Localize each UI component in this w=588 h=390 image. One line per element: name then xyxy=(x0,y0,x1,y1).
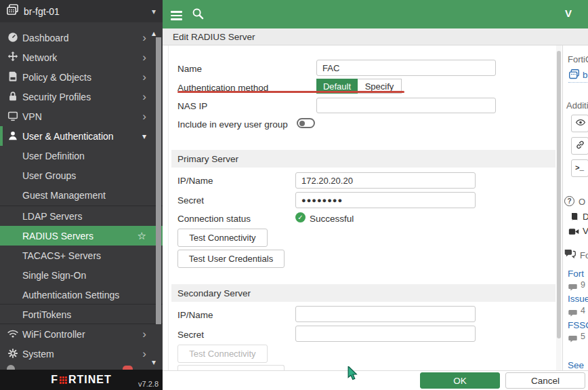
chevron-right-icon: › xyxy=(142,32,146,43)
sidebar-item-dashboard[interactable]: Dashboard › xyxy=(0,28,163,47)
monitor-icon xyxy=(6,109,20,123)
sidebar-item-wifi-controller[interactable]: WiFi Controller › xyxy=(0,324,163,344)
eye-icon xyxy=(575,117,586,130)
comment-count: 9 xyxy=(581,280,585,290)
speech-bubbles-icon xyxy=(564,248,576,262)
gauge-icon xyxy=(6,31,20,44)
divider xyxy=(168,45,169,370)
lock-icon xyxy=(6,90,20,103)
video-tutorials-link[interactable]: V xyxy=(583,226,588,236)
fortianswers-header: Fo xyxy=(580,250,588,260)
caret-down-icon[interactable]: ▾ xyxy=(152,7,156,16)
sidebar-item-security-profiles[interactable]: Security Profiles › xyxy=(0,87,163,106)
sidebar-item-ldap-servers[interactable]: LDAP Servers xyxy=(0,206,163,226)
question-link[interactable]: Fort xyxy=(568,269,584,279)
help-tools-section-title: Additi xyxy=(566,100,588,111)
comment-count: 4 xyxy=(581,306,585,315)
scroll-up-icon[interactable]: ▴ xyxy=(148,28,159,38)
network-icon xyxy=(6,50,20,64)
comment-icon xyxy=(568,307,577,319)
primary-ip-label: IP/Name xyxy=(177,176,213,186)
sidebar-item-guest-management[interactable]: Guest Management xyxy=(0,185,163,205)
sidebar-scrollbar[interactable] xyxy=(156,37,161,324)
sidebar-item-tacacs-servers[interactable]: TACACS+ Servers xyxy=(0,246,163,265)
name-label: Name xyxy=(177,64,202,74)
include-group-label: Include in every user group xyxy=(177,119,288,130)
device-selector[interactable]: br-fgt-01 ▾ xyxy=(0,0,163,22)
topbar-right-text[interactable]: V xyxy=(565,7,572,19)
cli-console-button[interactable]: >_ xyxy=(571,159,588,177)
sidebar-item-single-sign-on[interactable]: Single Sign-On xyxy=(0,265,163,285)
active-indicator xyxy=(0,126,3,146)
star-icon[interactable]: ☆ xyxy=(138,231,146,241)
sidebar-item-network[interactable]: Network › xyxy=(0,47,163,67)
cancel-button[interactable]: Cancel xyxy=(505,372,585,389)
online-guides-header: O xyxy=(579,197,585,207)
see-more-link[interactable]: See xyxy=(568,360,584,370)
secondary-ip-input[interactable] xyxy=(295,306,476,322)
nas-ip-label: NAS IP xyxy=(177,101,207,111)
comment-count: 5 xyxy=(581,332,585,341)
primary-secret-input[interactable] xyxy=(295,192,476,208)
terminal-icon: >_ xyxy=(575,164,584,172)
breadcrumb: Edit RADIUS Server xyxy=(163,28,588,45)
question-circle-icon: ? xyxy=(564,196,574,206)
chevron-right-icon: › xyxy=(142,52,146,63)
secondary-secret-input[interactable] xyxy=(295,326,476,342)
connection-status-value: Successful xyxy=(310,214,354,224)
test-user-credentials-button[interactable]: Test User Credentials xyxy=(177,250,285,268)
fortigate-admin-screen: br-fgt-01 ▾ Dashboard › Network › Policy… xyxy=(0,0,588,390)
include-group-toggle[interactable] xyxy=(297,118,315,128)
sidebar-item-partial[interactable] xyxy=(0,364,163,370)
firmware-version: v7.2.8 xyxy=(138,380,159,388)
nas-ip-input[interactable] xyxy=(316,98,496,113)
device-stack-icon xyxy=(6,3,19,19)
copy-link-button[interactable] xyxy=(571,137,588,155)
secondary-secret-label: Secret xyxy=(177,330,204,340)
search-icon[interactable] xyxy=(192,7,205,23)
sidebar-item-vpn[interactable]: VPN › xyxy=(0,106,163,126)
question-link[interactable]: Issue xyxy=(568,294,588,304)
help-device-section-title: FortiG xyxy=(568,54,588,64)
sidebar-item-radius-servers[interactable]: RADIUS Servers ☆ xyxy=(0,226,163,246)
chevron-right-icon: › xyxy=(142,348,146,359)
ok-button[interactable]: OK xyxy=(420,372,500,389)
fortinet-logo: F RTINET xyxy=(51,374,112,386)
device-stack-icon xyxy=(568,69,580,83)
preview-button[interactable] xyxy=(571,115,588,132)
toggle-knob xyxy=(299,121,305,126)
secondary-server-section: Secondary Server xyxy=(171,284,555,302)
secondary-test-connectivity-button: Test Connectivity xyxy=(177,345,268,363)
question-link[interactable]: FSSO xyxy=(568,320,588,330)
primary-ip-input[interactable] xyxy=(295,172,476,189)
policy-icon xyxy=(6,70,20,83)
hamburger-menu-icon[interactable] xyxy=(171,9,182,22)
video-icon xyxy=(568,227,580,239)
chevron-right-icon: › xyxy=(142,111,146,122)
device-link[interactable]: b xyxy=(583,70,588,80)
comment-icon xyxy=(568,281,577,294)
comment-icon xyxy=(568,333,577,345)
name-input[interactable] xyxy=(316,60,496,76)
sidebar-item-authentication-settings[interactable]: Authentication Settings xyxy=(0,285,163,305)
sidebar-item-fortitokens[interactable]: FortiTokens xyxy=(0,305,163,324)
check-circle-icon: ✓ xyxy=(295,212,306,222)
hostname-label: br-fgt-01 xyxy=(24,6,60,17)
mouse-cursor xyxy=(347,366,359,384)
sidebar-item-system[interactable]: System › xyxy=(0,344,163,364)
sidebar-item-policy-objects[interactable]: Policy & Objects › xyxy=(0,67,163,87)
primary-server-section: Primary Server xyxy=(171,150,555,168)
content-scrollbar[interactable] xyxy=(557,51,561,338)
sidebar-item-user-groups[interactable]: User Groups xyxy=(0,165,163,185)
primary-secret-label: Secret xyxy=(177,195,204,206)
scroll-down-icon[interactable]: ▾ xyxy=(148,357,159,367)
dotted-underline xyxy=(568,82,588,83)
logo-dots xyxy=(60,376,67,384)
red-annotation-underline xyxy=(177,91,404,93)
link-icon xyxy=(575,140,585,153)
documentation-link[interactable]: D xyxy=(583,212,588,222)
page-title: Edit RADIUS Server xyxy=(173,32,255,42)
sidebar-item-user-definition[interactable]: User Definition xyxy=(0,146,163,165)
sidebar-item-user-authentication[interactable]: User & Authentication ▾ xyxy=(0,126,163,146)
test-connectivity-button[interactable]: Test Connectivity xyxy=(177,229,268,247)
